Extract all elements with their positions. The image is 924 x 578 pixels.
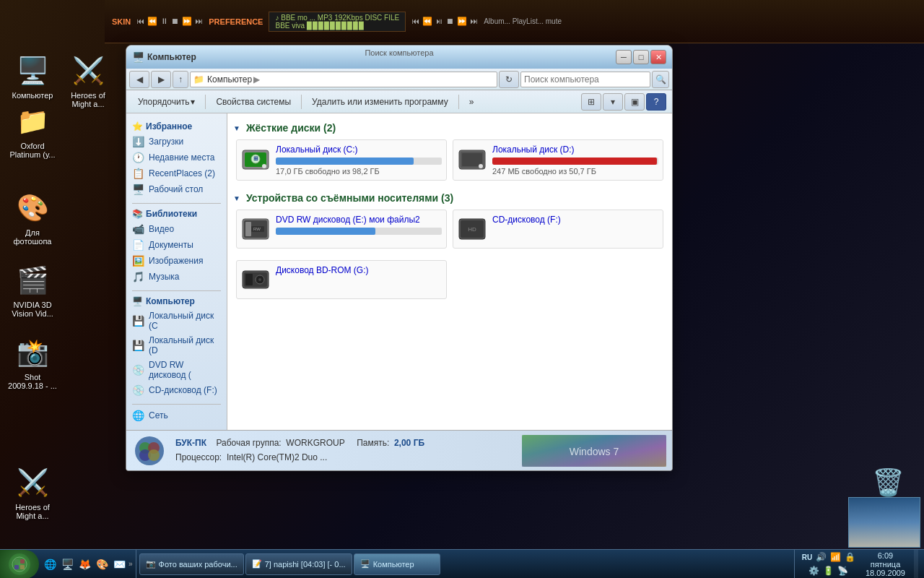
forward-button[interactable]: ▶ [151,71,171,88]
shot-icon-label: Shot 2009.9.18 - ... [6,373,58,390]
drive-c-item[interactable]: ⊞ Локальный диск (C:) 17,0 ГБ свободно и… [236,139,447,181]
more-arrow: » [128,560,133,568]
drive-d-item[interactable]: Локальный диск (D:) 247 МБ свободно из 5… [453,139,663,181]
desktop-icon-oxford[interactable]: 📁 Oxford Platinum (у... [4,101,61,162]
bdrom-g-img [241,265,270,294]
mail-icon[interactable]: ✉️ [111,556,127,572]
dvd-e-img: RW [241,215,270,243]
panel-sep-3 [132,404,221,405]
sidebar-item-downloads[interactable]: ⬇️ Загрузки [126,134,227,150]
address-text: Компьютер [207,74,252,85]
cd-f-item[interactable]: HD CD-дисковод (F:) [453,210,663,249]
sidebar-item-recent[interactable]: 🕐 Недавние места [126,150,227,165]
view-dropdown-button[interactable]: ▾ [603,93,623,111]
desktop-icon-computer[interactable]: 🖥️ Компьютер [4,51,61,103]
drive-d-name: Локальный диск (D:) [492,144,658,155]
show-desktop-strip[interactable] [914,550,918,579]
desktop-icon-heroes2[interactable]: ⚔️ Heroes of Might a... [4,462,61,523]
taskbar-btn-computer[interactable]: 🖥️ Компьютер [354,553,440,575]
tray-icons-row: RU 🔊 📶 🔒 ⚙️ 🔋 📡 [801,551,857,577]
oxford-icon: 📁 [15,104,50,139]
tray-icon-3[interactable]: 🔒 [844,551,857,564]
search-input[interactable] [520,72,650,87]
close-button[interactable]: ✕ [650,50,666,64]
sidebar-item-music[interactable]: 🎵 Музыка [126,269,227,285]
clock[interactable]: 6:09 пятница 18.09.2009 [860,551,911,577]
svg-text:⊞: ⊞ [253,155,258,162]
svg-text:Windows 7: Windows 7 [570,446,619,457]
firefox-icon[interactable]: 🦊 [77,556,92,572]
media-controls[interactable]: ⏮⏪⏸⏹⏩⏭ [136,17,203,26]
drive-d-bar-bg [492,158,658,165]
dvd-e-item[interactable]: RW DVD RW дисковод (E:) мои файлы2 [236,210,447,249]
sidebar-item-recentplaces[interactable]: 📋 RecentPlaces (2) [126,165,227,181]
svg-rect-33 [20,565,25,569]
sidebar-item-docs[interactable]: 📄 Документы [126,237,227,253]
view-toggle-button[interactable]: ⊞ [581,93,601,111]
window-search-label: Поиск компьютера [365,48,433,57]
sidebar-item-desktop[interactable]: 🖥️ Рабочий стол [126,181,227,197]
computer-header[interactable]: 🖥️ Компьютер [126,294,227,309]
memory-label: Память: [357,438,389,448]
ie-icon[interactable]: 🌐 [42,556,58,572]
media-album-label: Album... PlayList... mute [484,17,562,25]
more-button[interactable]: » [463,93,480,111]
desktop-icon-photoshop[interactable]: 🎨 Для фотошопа [4,188,61,249]
photo-label: Фото ваших рабочи... [159,560,237,569]
tray-icon-4[interactable]: ⚙️ [808,564,821,577]
address-bar[interactable]: 📁 Компьютер ▶ [190,72,497,87]
help-button[interactable]: ? [646,93,666,111]
tray-icon-2[interactable]: 📶 [829,551,842,564]
photoshop-quick-icon[interactable]: 🎨 [94,556,110,572]
sidebar-item-images[interactable]: 🖼️ Изображения [126,253,227,269]
tray-icon-6[interactable]: 📡 [837,564,850,577]
media-track-info: ♪ BBE mo ... MP3 192Kbps DISC FILEBBE vi… [269,12,406,32]
libraries-header[interactable]: 📚 Библиотеки [126,207,227,221]
heroes1-icon: ⚔️ [71,53,105,88]
restore-button[interactable]: □ [633,50,649,64]
computer-section: 🖥️ Компьютер 💾 Локальный диск (C 💾 Локал… [126,294,227,398]
desktop-icon-shot[interactable]: 📸 Shot 2009.9.18 - ... [4,332,61,393]
window-title: Компьютер [147,52,196,62]
bdrom-grid: Дисковод BD-ROM (G:) [233,260,666,299]
desktop-icon-heroes1[interactable]: ⚔️ Heroes of Might a... [59,51,117,111]
taskbar-btn-napishi[interactable]: 📝 7] napishi [04:03] [- 0... [245,553,352,575]
sidebar-item-cd[interactable]: 💿 CD-дисковод (F:) [126,382,227,398]
show-desktop-icon[interactable]: 🖥️ [59,556,75,572]
tray-icon-1[interactable]: 🔊 [815,551,828,564]
desktop-icon-nvidia[interactable]: 🎬 NVIDIA 3D Vision Vid... [4,260,61,321]
computer-panel-label: Компьютер [146,296,195,306]
media-playback-controls[interactable]: ⏮⏪⏯⏹⏩⏭ [411,17,478,26]
preview-pane-button[interactable]: ▣ [624,93,645,111]
system-properties-button[interactable]: Свойства системы [210,93,297,111]
hard-drives-arrow[interactable]: ▼ [233,124,240,132]
docs-label: Документы [149,240,193,250]
tray-icon-5[interactable]: 🔋 [822,564,835,577]
workgroup-label: Рабочая группа: [216,438,281,448]
start-button[interactable] [0,550,39,579]
bdrom-g-item[interactable]: Дисковод BD-ROM (G:) [236,260,447,299]
search-button[interactable]: 🔍 [652,71,669,88]
photo-icon: 📷 [146,559,156,569]
uninstall-label: Удалить или изменить программу [312,97,448,107]
svg-rect-19 [245,274,253,285]
nav-toolbar: ◀ ▶ ↑ 📁 Компьютер ▶ ↻ 🔍 [126,69,672,90]
sidebar-item-network[interactable]: 🌐 Сеть [126,407,227,423]
svg-point-21 [258,278,261,281]
desktop-icon-sm: 🖥️ [132,184,144,195]
sidebar-item-dvd[interactable]: 💿 DVD RW дисковод ( [126,358,227,382]
sidebar-item-drive-c[interactable]: 💾 Локальный диск (C [126,309,227,333]
back-button[interactable]: ◀ [129,71,149,88]
minimize-button[interactable]: ─ [616,50,632,64]
refresh-button[interactable]: ↻ [499,71,519,88]
thumbnail-preview [848,497,920,548]
taskbar-btn-photo[interactable]: 📷 Фото ваших рабочи... [139,553,244,575]
organize-button[interactable]: Упорядочить ▾ [132,93,201,111]
network-section: 🌐 Сеть [126,407,227,423]
sidebar-item-drive-d[interactable]: 💾 Локальный диск (D [126,333,227,358]
uninstall-button[interactable]: Удалить или изменить программу [306,93,454,111]
up-button[interactable]: ↑ [173,71,188,88]
favorites-header[interactable]: ⭐ Избранное [126,119,227,134]
sidebar-item-video[interactable]: 📹 Видео [126,221,227,237]
removable-arrow[interactable]: ▼ [233,194,240,202]
